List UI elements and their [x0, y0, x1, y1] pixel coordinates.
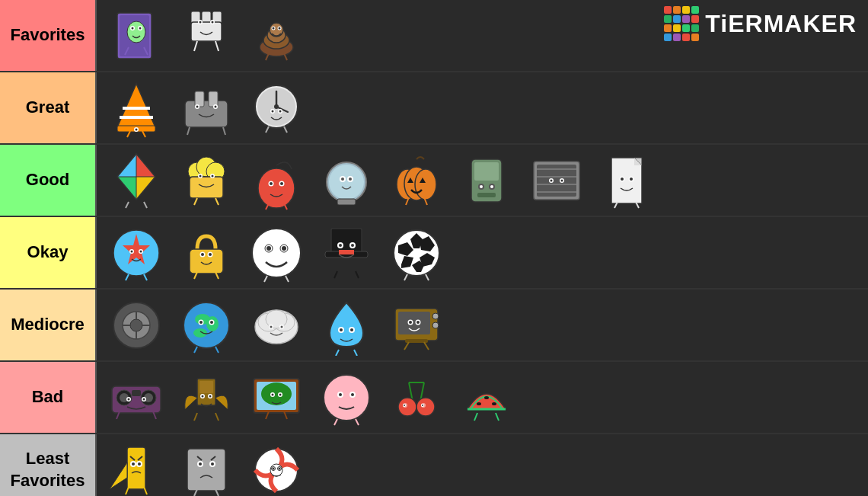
list-item[interactable]	[313, 220, 380, 285]
svg-point-198	[339, 393, 342, 396]
svg-point-103	[621, 178, 624, 181]
svg-rect-31	[185, 101, 228, 127]
app-title: TiERMAKER	[705, 10, 857, 38]
list-item[interactable]	[173, 220, 240, 285]
logo-cell	[664, 24, 672, 32]
list-item[interactable]	[243, 75, 310, 140]
tier-content-least	[95, 434, 868, 496]
svg-point-149	[210, 321, 213, 324]
svg-rect-82	[474, 162, 499, 181]
svg-point-181	[143, 398, 145, 400]
list-item[interactable]	[173, 3, 240, 68]
logo-cell	[691, 6, 699, 14]
svg-point-148	[199, 321, 203, 324]
list-item[interactable]	[383, 220, 450, 285]
list-item[interactable]	[383, 293, 450, 357]
svg-rect-215	[127, 447, 145, 489]
svg-point-220	[138, 462, 141, 466]
svg-point-213	[492, 402, 496, 405]
svg-point-127	[351, 244, 354, 247]
svg-point-156	[270, 325, 273, 328]
svg-point-5	[132, 27, 134, 29]
svg-point-160	[340, 328, 343, 331]
svg-point-23	[273, 27, 275, 29]
tier-row-least: LeastFavorites	[0, 434, 868, 496]
list-item[interactable]	[243, 437, 310, 496]
list-item[interactable]	[453, 148, 520, 213]
list-item[interactable]	[383, 365, 450, 430]
svg-point-20	[270, 23, 283, 37]
svg-point-142	[183, 302, 229, 348]
list-item[interactable]	[243, 293, 310, 357]
svg-point-97	[561, 179, 563, 181]
svg-point-70	[329, 165, 364, 200]
svg-point-96	[550, 179, 553, 181]
svg-point-193	[272, 393, 274, 395]
svg-point-24	[279, 27, 281, 29]
svg-rect-123	[339, 250, 354, 254]
svg-point-119	[266, 246, 271, 251]
svg-point-73	[341, 178, 344, 181]
svg-point-227	[211, 462, 214, 466]
app-container: TiERMAKER Favorites	[0, 0, 868, 496]
tier-content-okay	[95, 217, 868, 288]
logo-cell	[673, 6, 681, 14]
svg-point-115	[209, 253, 212, 256]
tier-label-favorites: Favorites	[0, 0, 95, 71]
tier-content-great	[95, 72, 868, 143]
svg-point-78	[415, 169, 436, 200]
list-item[interactable]	[593, 148, 660, 213]
list-item[interactable]	[313, 365, 380, 430]
list-item[interactable]	[103, 437, 170, 496]
tier-row-bad: Bad	[0, 362, 868, 434]
svg-line-38	[187, 127, 190, 135]
list-item[interactable]	[103, 293, 170, 357]
svg-point-180	[128, 398, 130, 400]
tier-content-good	[95, 145, 868, 216]
svg-point-195	[324, 375, 369, 421]
list-item[interactable]	[313, 148, 380, 213]
list-item[interactable]	[243, 365, 310, 430]
svg-rect-33	[209, 91, 218, 107]
tier-row-okay: Okay	[0, 217, 868, 290]
list-item[interactable]	[243, 220, 310, 285]
svg-rect-183	[199, 381, 213, 393]
list-item[interactable]	[173, 437, 240, 496]
svg-point-212	[484, 396, 489, 399]
logo-cell	[682, 6, 690, 14]
list-item[interactable]	[173, 365, 240, 430]
list-item[interactable]	[313, 293, 380, 357]
svg-point-120	[282, 246, 286, 251]
svg-marker-216	[110, 462, 127, 489]
svg-point-116	[252, 229, 301, 277]
list-item[interactable]	[103, 148, 170, 213]
logo-cell	[682, 34, 690, 41]
svg-point-6	[139, 27, 142, 29]
svg-rect-223	[187, 449, 225, 491]
list-item[interactable]	[103, 3, 170, 68]
svg-point-14	[212, 21, 214, 23]
svg-rect-121	[331, 229, 362, 253]
list-item[interactable]	[103, 365, 170, 430]
tier-label-great: Great	[0, 72, 95, 143]
list-item[interactable]	[173, 75, 240, 140]
svg-point-204	[416, 398, 435, 416]
tier-row-great: Great	[0, 72, 868, 145]
list-item[interactable]	[523, 148, 590, 213]
list-item[interactable]	[173, 148, 240, 213]
logo-cell	[691, 15, 699, 23]
list-item[interactable]	[243, 148, 310, 213]
svg-point-234	[273, 467, 275, 469]
list-item[interactable]	[103, 220, 170, 285]
svg-point-235	[279, 467, 281, 469]
svg-point-36	[196, 105, 199, 107]
svg-point-30	[136, 128, 138, 130]
list-item[interactable]	[453, 365, 520, 430]
list-item[interactable]	[103, 75, 170, 140]
list-item[interactable]	[243, 3, 310, 68]
list-item[interactable]	[383, 148, 450, 213]
svg-line-16	[215, 41, 219, 51]
svg-point-63	[212, 174, 214, 177]
list-item[interactable]	[173, 293, 240, 357]
svg-point-47	[272, 110, 274, 112]
